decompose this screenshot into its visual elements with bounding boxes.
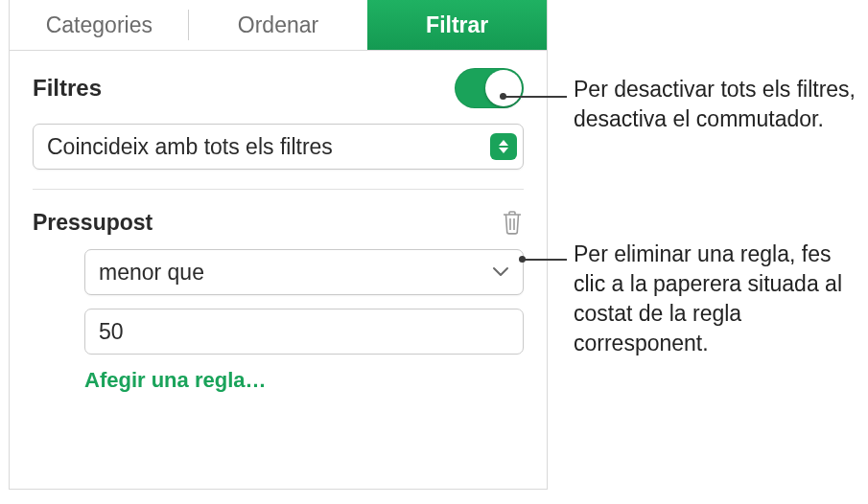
tab-label: Ordenar: [238, 12, 318, 38]
filter-panel: Categories Ordenar Filtrar Filtres Coinc…: [10, 0, 547, 489]
dual-caret-icon: [490, 133, 517, 160]
tab-categories[interactable]: Categories: [10, 0, 189, 50]
value-text: 50: [99, 319, 124, 345]
filters-title: Filtres: [33, 75, 102, 102]
match-mode-label: Coincideix amb tots els filtres: [47, 134, 333, 160]
tab-bar: Categories Ordenar Filtrar: [10, 0, 547, 51]
match-row: Coincideix amb tots els filtres: [10, 118, 547, 189]
toggle-knob: [485, 70, 522, 106]
add-rule-link[interactable]: Afegir una regla…: [84, 368, 266, 393]
filters-toggle[interactable]: [455, 68, 524, 108]
tab-label: Filtrar: [426, 12, 488, 38]
callout-toggle: Per desactivar tots els filtres, desacti…: [574, 75, 861, 134]
operator-label: menor que: [99, 260, 204, 286]
operator-dropdown[interactable]: menor que: [84, 249, 524, 295]
callout-trash: Per eliminar una regla, fes clic a la pa…: [574, 240, 861, 358]
trash-icon: [501, 209, 524, 236]
tab-sort[interactable]: Ordenar: [189, 0, 368, 50]
filters-header: Filtres: [10, 51, 547, 118]
rule-column-label: Pressupost: [33, 210, 152, 236]
rule-header: Pressupost: [10, 190, 547, 241]
tab-label: Categories: [46, 12, 152, 38]
delete-rule-button[interactable]: [501, 209, 524, 236]
value-input[interactable]: 50: [84, 309, 524, 355]
rule-body: menor que 50 Afegir una regla…: [10, 241, 547, 393]
chevron-down-icon: [492, 266, 509, 278]
tab-filter[interactable]: Filtrar: [367, 0, 547, 50]
match-mode-dropdown[interactable]: Coincideix amb tots els filtres: [33, 124, 524, 170]
